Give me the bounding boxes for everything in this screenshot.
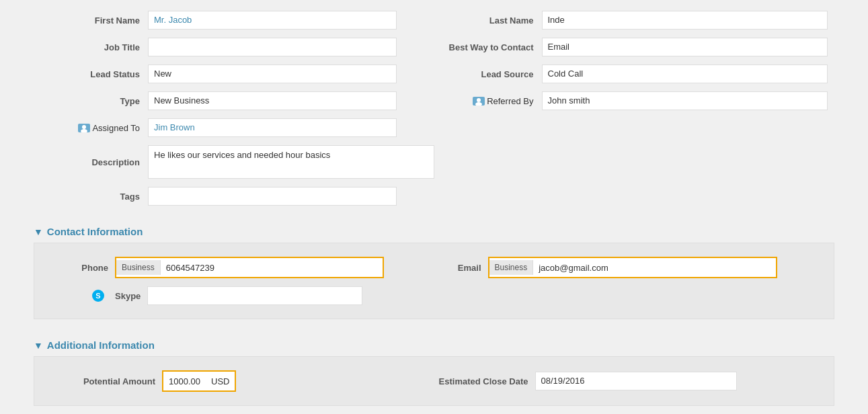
lead-source-row: Lead Source Cold Call: [434, 60, 828, 87]
close-date-row: Estimated Close Date 08/19/2016: [434, 366, 807, 396]
close-date-value[interactable]: 08/19/2016: [535, 372, 737, 390]
additional-chevron[interactable]: ▼: [34, 340, 43, 351]
additional-section-title: Additional Information: [47, 339, 155, 351]
description-label: Description: [40, 157, 148, 167]
phone-row: Phone Business 6064547239: [61, 253, 434, 282]
lead-source-value[interactable]: Cold Call: [542, 65, 828, 83]
right-column: Last Name Inde Best Way to Contact Email…: [434, 7, 828, 210]
main-container: First Name Mr. Jacob Job Title Lead Stat…: [0, 0, 868, 406]
additional-panel: Potential Amount 1000.00 USD Estimated C…: [34, 356, 834, 406]
job-title-row: Job Title: [40, 34, 434, 60]
assigned-to-value[interactable]: Jim Brown: [148, 118, 397, 137]
type-value[interactable]: New Business: [148, 91, 397, 110]
description-value[interactable]: He likes our services and needed hour ba…: [148, 145, 434, 179]
best-way-label: Best Way to Contact: [434, 42, 542, 52]
phone-section: Phone Business 6064547239 S Skype: [61, 253, 434, 309]
email-type: Business: [489, 260, 534, 275]
lead-source-label: Lead Source: [434, 69, 542, 79]
potential-amount-value: 1000.00: [163, 374, 206, 389]
email-label: Email: [434, 263, 488, 273]
best-way-value[interactable]: Email: [542, 38, 828, 56]
first-name-label: First Name: [40, 15, 148, 26]
person-icon: [78, 124, 90, 132]
type-label: Type: [40, 96, 148, 106]
skype-value[interactable]: [147, 286, 362, 305]
phone-label: Phone: [61, 263, 115, 273]
contact-panel: Phone Business 6064547239 S Skype: [34, 243, 834, 319]
top-section: First Name Mr. Jacob Job Title Lead Stat…: [0, 0, 868, 216]
assigned-to-label: Assigned To: [92, 123, 140, 133]
last-name-value[interactable]: Inde: [542, 11, 828, 30]
contact-section-title: Contact Information: [47, 226, 143, 237]
last-name-row: Last Name Inde: [434, 7, 828, 34]
potential-amount-label: Potential Amount: [61, 376, 162, 386]
referred-by-value[interactable]: John smith: [542, 91, 828, 110]
contact-chevron[interactable]: ▼: [34, 226, 43, 237]
job-title-label: Job Title: [40, 42, 148, 52]
referred-by-row: Referred By John smith: [434, 87, 828, 114]
email-address: jacob@gmail.com: [533, 260, 614, 276]
contact-grid: Phone Business 6064547239 S Skype: [34, 250, 834, 312]
skype-label: Skype: [115, 291, 141, 301]
type-row: Type New Business: [40, 87, 434, 114]
currency-value: USD: [206, 374, 235, 389]
email-row: Email Business jacob@gmail.com: [434, 253, 807, 282]
lead-status-row: Lead Status New: [40, 60, 434, 87]
potential-box[interactable]: 1000.00 USD: [162, 370, 236, 392]
assigned-to-label-container: Assigned To: [40, 123, 148, 133]
skype-icon-container: S: [61, 290, 115, 302]
tags-label: Tags: [40, 192, 148, 202]
svg-point-4: [477, 98, 481, 102]
first-name-row: First Name Mr. Jacob: [40, 7, 434, 34]
email-section: Email Business jacob@gmail.com: [434, 253, 807, 309]
contact-section-header: ▼ Contact Information: [0, 216, 868, 243]
description-row: Description He likes our services and ne…: [40, 141, 434, 183]
job-title-value[interactable]: [148, 38, 397, 56]
form-grid: First Name Mr. Jacob Job Title Lead Stat…: [0, 7, 868, 210]
last-name-label: Last Name: [434, 15, 542, 26]
phone-number: 6064547239: [161, 260, 220, 276]
skype-icon: S: [92, 290, 104, 302]
email-box[interactable]: Business jacob@gmail.com: [488, 257, 777, 278]
phone-type: Business: [116, 260, 161, 275]
lead-status-value[interactable]: New: [148, 65, 397, 83]
skype-row: S Skype: [61, 282, 434, 309]
tags-value[interactable]: [148, 187, 397, 206]
assigned-to-row: Assigned To Jim Brown: [40, 114, 434, 141]
potential-amount-row: Potential Amount 1000.00 USD: [61, 366, 434, 396]
referred-by-label: Referred By: [487, 96, 533, 106]
tags-row: Tags: [40, 183, 434, 210]
additional-section-header: ▼ Additional Information: [0, 330, 868, 356]
svg-point-1: [82, 125, 86, 129]
phone-box[interactable]: Business 6064547239: [115, 257, 384, 278]
best-way-row: Best Way to Contact Email: [434, 34, 828, 60]
referred-person-icon: [473, 97, 485, 106]
referred-by-label-container: Referred By: [434, 96, 542, 106]
lead-status-label: Lead Status: [40, 69, 148, 79]
close-date-label: Estimated Close Date: [434, 376, 535, 386]
first-name-value[interactable]: Mr. Jacob: [148, 11, 397, 30]
left-column: First Name Mr. Jacob Job Title Lead Stat…: [40, 7, 434, 210]
additional-grid: Potential Amount 1000.00 USD Estimated C…: [34, 364, 834, 399]
